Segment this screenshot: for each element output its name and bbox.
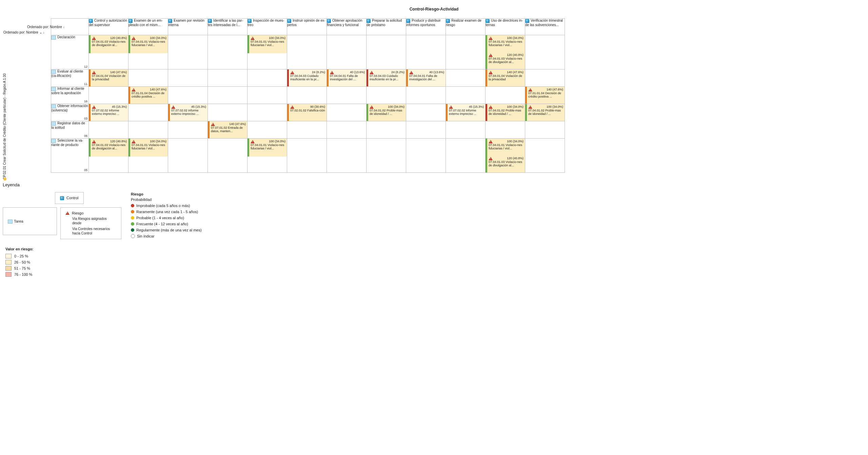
risk-item[interactable]: 24 (8.2%)07.04.04.03 Cuidado insuficient… — [287, 69, 327, 86]
row-header[interactable]: Informar al cliente sobre la aprobación1… — [51, 87, 89, 104]
column-header[interactable]: 🔍Producir y distribuir informes oportuno… — [406, 19, 446, 35]
risk-item[interactable]: 24 (8.2%)07.04.04.03 Cuidado insuficient… — [367, 69, 406, 86]
row-header[interactable]: Evaluar al cliente (ca-lificación)11 — [51, 69, 89, 87]
risk-description: 07.04.04.01 Falta de investigación del .… — [409, 75, 444, 81]
risk-item[interactable]: 40 (13.6%)07.04.04.01 Falta de investiga… — [327, 69, 366, 86]
control-icon: 🔍 — [129, 19, 133, 23]
risk-item[interactable]: 140 (47.6%)07.04.01.04 Violación de la p… — [486, 69, 525, 86]
risk-value: 100 (34.0%) — [507, 36, 524, 40]
row-header[interactable]: Registrar datos de la solitud06 — [51, 121, 89, 139]
prob-label-probable: Probable (1 - 4 veces al año) — [136, 216, 184, 220]
risk-item[interactable]: 100 (34.0%)07.04.01.01 Violacio-nes fidu… — [129, 139, 168, 157]
risk-item[interactable]: 100 (34.0%)07.04.01.02 Proble-mas de ido… — [486, 104, 525, 121]
risk-icon — [251, 37, 255, 40]
risk-item[interactable]: 140 (47.6%)07.01.01.04 Decisión de crédi… — [129, 87, 168, 104]
risk-item[interactable]: 100 (34.0%)07.04.01.01 Violacio-nes fidu… — [486, 35, 525, 52]
risk-value: 24 (8.2%) — [391, 70, 405, 74]
risk-value: 40 (13.6%) — [429, 70, 444, 74]
legend-risk-box: Riesgo Via Riesgos asignados desde Via C… — [60, 207, 121, 239]
matrix-cell — [525, 121, 565, 139]
risk-item[interactable]: 40 (13.6%)07.04.04.01 Falta de investiga… — [406, 69, 446, 86]
risk-item[interactable]: 120 (40.8%)07.04.01.03 Violacio-nes de d… — [89, 35, 128, 53]
sort-row-arrow-icon[interactable]: ↓ — [43, 30, 44, 34]
risk-value: 90 (30.6%) — [310, 105, 325, 108]
var-swatch-2-icon — [5, 260, 12, 265]
row-index: 06 — [84, 134, 87, 138]
task-icon — [51, 122, 56, 126]
prob-dot-raramente-icon — [131, 210, 134, 213]
matrix-cell: 120 (40.8%)07.04.01.03 Violacio-nes de d… — [89, 35, 129, 69]
risk-item[interactable]: 100 (34.0%)07.04.01.01 Violacio-nes fidu… — [129, 35, 168, 53]
risk-item[interactable]: 45 (15.3%)07.07.02.02 Informe externo im… — [89, 104, 128, 121]
risk-description: 07.04.01.01 Violacio-nes fiduciarias / v… — [251, 40, 285, 47]
task-icon — [51, 139, 56, 143]
matrix-cell — [287, 35, 327, 69]
risk-item[interactable]: 100 (34.0%)07.04.01.01 Violacio-nes fidu… — [248, 35, 287, 53]
matrix-cell — [486, 87, 525, 104]
risk-item[interactable]: 140 (47.6%)07.01.01.04 Decisión de crédi… — [525, 87, 565, 104]
prob-label-improbable: Improbable (cada 5 años o más) — [136, 204, 190, 208]
risk-icon — [132, 37, 136, 40]
column-header[interactable]: 🔍Preparar la solicitud de préstamo — [367, 19, 406, 35]
matrix-cell: 24 (8.2%)07.04.04.03 Cuidado insuficient… — [367, 69, 406, 87]
risk-item[interactable]: 90 (30.6%)07.02.01.02 Falsifica-ción — [287, 104, 327, 121]
risk-description: 07.07.02.02 Informe externo impreciso ..… — [92, 109, 127, 116]
column-header[interactable]: 🔍Realizar examen de riesgo — [446, 19, 486, 35]
risk-matrix-grid: 🔍Control y autorización del supervisor🔍E… — [51, 18, 565, 173]
column-header[interactable]: 🔍Uso de directrices in-ternas — [486, 19, 525, 35]
risk-item[interactable]: 100 (34.0%)07.04.01.02 Proble-mas de ido… — [525, 104, 565, 121]
risk-item[interactable]: 45 (15.3%)07.07.02.02 Informe externo im… — [446, 104, 485, 121]
value-at-risk-legend: Valor en riesgo: 0 - 25 % 26 - 50 % 51 -… — [5, 247, 868, 277]
var-label-4: 76 - 100 % — [14, 272, 32, 276]
risk-item[interactable]: 120 (40.8%)07.04.01.03 Violacio-nes de d… — [486, 156, 525, 172]
row-label: Obtener información (solvencia) — [51, 104, 88, 112]
risk-value: 120 (40.8%) — [110, 36, 127, 40]
prob-dot-none-icon — [131, 234, 135, 238]
column-header[interactable]: 🔍Instruir opinión de ex-pertos — [287, 19, 327, 35]
row-header[interactable]: Declaración12 — [51, 35, 89, 69]
risk-item[interactable]: 100 (34.0%)07.04.01.02 Proble-mas de ido… — [367, 104, 406, 121]
risk-value: 100 (34.0%) — [507, 140, 524, 143]
column-header[interactable]: 🔍Control y autorización del supervisor — [89, 19, 129, 35]
column-header[interactable]: 🔍Identificar a las par-tes interesadas d… — [208, 19, 248, 35]
risk-value: 140 (47.6%) — [507, 70, 524, 74]
control-icon: 🔍 — [248, 19, 252, 23]
matrix-cell — [327, 121, 367, 139]
column-label: Identificar a las par-tes interesadas de… — [208, 19, 243, 27]
risk-description: 07.04.01.01 Violacio-nes fiduciarias / v… — [489, 144, 524, 150]
risk-item[interactable]: 140 (47.6%)07.07.01.02 Entrada de datos,… — [208, 121, 247, 138]
risk-item[interactable]: 140 (47.6%)07.04.01.04 Violación de la p… — [89, 69, 128, 86]
risk-description: 07.01.01.04 Decisión de crédito positiva… — [528, 92, 563, 99]
column-header[interactable]: 🔍Examen de un em-pleado con el mism... — [129, 19, 168, 35]
risk-item[interactable]: 100 (34.0%)07.04.01.01 Violacio-nes fidu… — [248, 139, 287, 157]
risk-description: 07.04.01.01 Violacio-nes fiduciarias / v… — [251, 144, 285, 150]
column-header[interactable]: 🔍Obtener aprobación financiera y funcion… — [327, 19, 367, 35]
legend-control-box: 🔍 Control — [55, 192, 84, 204]
risk-item[interactable]: 120 (40.8%)07.04.01.03 Violacio-nes de d… — [89, 139, 128, 157]
risk-description: 07.04.01.02 Proble-mas de idoneidad / ..… — [528, 109, 563, 116]
prob-label-regular: Regularmente (más de una vez al mes) — [136, 228, 202, 232]
control-icon: 🔍 — [486, 19, 490, 23]
column-label: Examen por revisión interna — [168, 19, 204, 27]
matrix-cell — [367, 35, 406, 69]
matrix-cell — [327, 87, 367, 104]
risk-value: 40 (13.6%) — [350, 70, 365, 74]
sort-row-dropdown-icon[interactable]: ⌄ — [39, 30, 42, 34]
column-header[interactable]: 🔍Examen por revisión interna — [168, 19, 208, 35]
sort-col-arrow-icon[interactable]: ↓ — [63, 25, 65, 29]
risk-item[interactable]: 45 (15.3%)07.07.02.02 Informe externo im… — [168, 104, 208, 121]
matrix-cell — [287, 139, 327, 173]
column-header[interactable]: 🔍Verificación trimestral de las subvenci… — [525, 19, 565, 35]
matrix-cell — [168, 121, 208, 139]
task-icon — [51, 70, 56, 74]
column-header[interactable]: 🔍Inspección de mues-treo — [248, 19, 287, 35]
task-icon — [51, 104, 56, 108]
matrix-cell — [168, 35, 208, 69]
var-legend-title: Valor en riesgo: — [5, 247, 868, 251]
risk-item[interactable]: 100 (34.0%)07.04.01.01 Violacio-nes fidu… — [486, 139, 525, 156]
row-header[interactable]: Seleccione la va-riante de producto05 — [51, 139, 89, 173]
risk-icon — [92, 37, 96, 40]
row-header[interactable]: Obtener información (solvencia)03 — [51, 104, 89, 121]
control-icon: 🔍 — [287, 19, 291, 23]
risk-item[interactable]: 120 (40.8%)07.04.01.03 Violacio-nes de d… — [486, 52, 525, 69]
